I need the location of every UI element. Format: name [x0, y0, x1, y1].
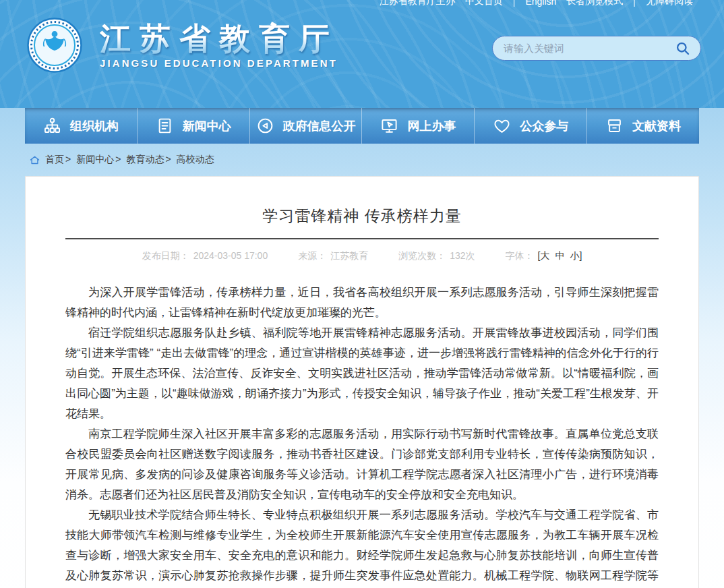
font-size-option-中[interactable]: 中	[555, 250, 564, 262]
nav-item-gov-info[interactable]: 政府信息公开	[250, 108, 363, 144]
topbar-link[interactable]: 长者浏览模式	[566, 0, 623, 7]
article-body: 为深入开展学雷锋活动，传承榜样力量，近日，我省各高校组织开展一系列志愿服务活动，…	[65, 283, 659, 588]
monitor-cursor-icon	[380, 117, 398, 135]
page: 江苏省教育厅主办中文首页|English长者浏览模式|无障碍阅读 江苏省教育厅 …	[0, 0, 724, 588]
main-nav: 组织机构新闻中心政府信息公开网上办事公众参与文献资料	[25, 108, 699, 144]
jiangsu-education-logo-icon	[27, 18, 82, 73]
nav-item-org[interactable]: 组织机构	[25, 108, 138, 144]
nav-item-participation[interactable]: 公众参与	[475, 108, 587, 144]
breadcrumb-item[interactable]: 高校动态	[177, 154, 214, 165]
site-subtitle: JIANGSU EDUCATION DEPARTMENT	[100, 57, 338, 69]
topbar-separator: |	[633, 0, 636, 7]
nav-item-label: 新闻中心	[183, 118, 231, 134]
nav-item-online-service[interactable]: 网上办事	[362, 108, 475, 144]
font-size-control: 字体：[大中小]	[506, 250, 582, 262]
nav-item-label: 文献资料	[632, 118, 681, 134]
breadcrumb-items: 首页>新闻中心>教育动态>高校动态	[45, 154, 214, 166]
archive-icon	[605, 117, 624, 135]
publish-date: 发布日期：2024-03-05 17:00	[142, 250, 268, 262]
article-paragraph: 宿迁学院组织志愿服务队赴乡镇、福利院等地开展雷锋精神志愿服务活动。开展雷锋故事进…	[65, 323, 659, 424]
home-icon	[29, 154, 40, 166]
breadcrumb: 首页>新闻中心>教育动态>高校动态	[25, 144, 699, 176]
article-meta: 发布日期：2024-03-05 17:00 来源：江苏教育 浏览次数：132次 …	[26, 250, 698, 262]
article-card: 学习雷锋精神 传承榜样力量 发布日期：2024-03-05 17:00 来源：江…	[25, 176, 699, 588]
font-size-option-小[interactable]: 小	[570, 250, 579, 262]
nav-item-label: 组织机构	[70, 118, 119, 134]
breadcrumb-item[interactable]: 首页	[45, 154, 64, 165]
site-title: 江苏省教育厅	[100, 22, 338, 56]
article-paragraph: 南京工程学院师生深入社区开展丰富多彩的志愿服务活动，用实际行动书写新时代雷锋故事…	[65, 424, 659, 505]
breadcrumb-separator: >	[165, 154, 171, 165]
search-button[interactable]	[674, 40, 692, 57]
font-size-option-大[interactable]: 大	[540, 250, 549, 262]
nav-item-news[interactable]: 新闻中心	[138, 108, 250, 144]
title-divider	[65, 238, 659, 239]
heart-icon	[493, 117, 511, 135]
info-disclosure-icon	[256, 117, 274, 135]
search-icon	[675, 40, 691, 57]
topbar-link[interactable]: 无障碍阅读	[646, 0, 693, 7]
brand-text: 江苏省教育厅 JIANGSU EDUCATION DEPARTMENT	[100, 22, 338, 69]
article-source: 来源：江苏教育	[298, 250, 368, 262]
nav-item-label: 公众参与	[520, 118, 568, 134]
topbar-link[interactable]: 江苏省教育厅主办	[380, 0, 455, 7]
nav-item-label: 政府信息公开	[283, 118, 356, 134]
search-input[interactable]	[504, 42, 674, 54]
org-chart-icon	[43, 117, 61, 135]
breadcrumb-item[interactable]: 教育动态	[126, 154, 164, 165]
site-header: 江苏省教育厅主办中文首页|English长者浏览模式|无障碍阅读 江苏省教育厅 …	[0, 0, 724, 108]
article-title: 学习雷锋精神 传承榜样力量	[26, 206, 698, 227]
breadcrumb-separator: >	[65, 154, 71, 165]
site-brand[interactable]: 江苏省教育厅 JIANGSU EDUCATION DEPARTMENT	[27, 18, 338, 73]
breadcrumb-separator: >	[115, 154, 121, 165]
main-area: 组织机构新闻中心政府信息公开网上办事公众参与文献资料 首页>新闻中心>教育动态>…	[0, 108, 724, 588]
article-paragraph: 无锡职业技术学院结合师生特长、专业特点积极组织开展一系列志愿服务活动。学校汽车与…	[65, 505, 659, 588]
topbar-separator: |	[513, 0, 516, 7]
nav-item-label: 网上办事	[407, 118, 456, 134]
topbar-link[interactable]: 中文首页	[465, 0, 503, 7]
news-doc-icon	[156, 117, 174, 135]
search-box	[492, 36, 701, 61]
breadcrumb-item[interactable]: 新闻中心	[76, 154, 114, 165]
topbar-links: 江苏省教育厅主办中文首页|English长者浏览模式|无障碍阅读	[380, 0, 693, 7]
font-size-options: 大中小	[540, 250, 579, 262]
article-paragraph: 为深入开展学雷锋活动，传承榜样力量，近日，我省各高校组织开展一系列志愿服务活动，…	[65, 283, 659, 323]
nav-item-documents[interactable]: 文献资料	[587, 108, 699, 144]
view-count: 浏览次数：132次	[398, 250, 475, 262]
topbar-link[interactable]: English	[525, 0, 556, 7]
